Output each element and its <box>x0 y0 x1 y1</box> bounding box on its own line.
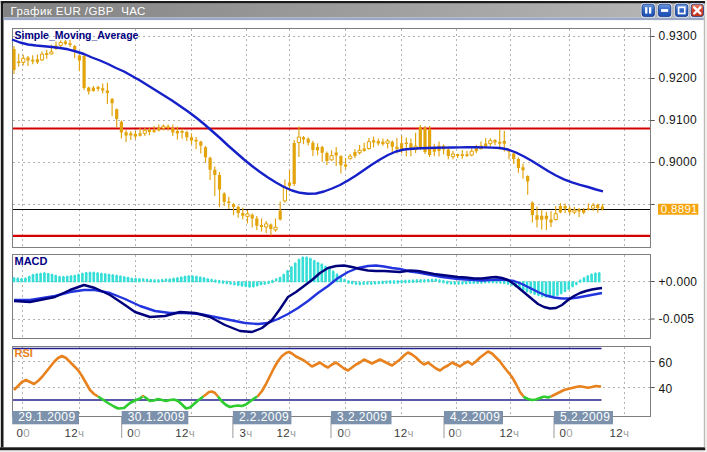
svg-text:00: 00 <box>127 427 141 439</box>
svg-text:00: 00 <box>449 427 463 439</box>
svg-text:00: 00 <box>560 427 574 439</box>
svg-text:2.2.2009: 2.2.2009 <box>239 410 289 424</box>
svg-text:12ч: 12ч <box>394 427 414 439</box>
svg-text:12ч: 12ч <box>276 427 296 439</box>
svg-text:RSI: RSI <box>15 347 33 359</box>
svg-text:0.9300: 0.9300 <box>659 29 698 43</box>
svg-text:0.9000: 0.9000 <box>659 155 698 169</box>
svg-text:-0.005: -0.005 <box>659 312 695 326</box>
svg-text:0.9100: 0.9100 <box>659 113 698 127</box>
svg-text:0.8891: 0.8891 <box>661 203 698 215</box>
svg-text:29.1.2009: 29.1.2009 <box>18 410 75 424</box>
svg-text:40: 40 <box>659 382 673 396</box>
svg-text:График EUR /GBP ЧАС: График EUR /GBP ЧАС <box>11 5 146 17</box>
svg-text:30.1.2009: 30.1.2009 <box>128 410 185 424</box>
svg-text:Simple_Moving_Average: Simple_Moving_Average <box>15 29 139 41</box>
svg-text:12ч: 12ч <box>65 427 85 439</box>
svg-text:00: 00 <box>338 427 352 439</box>
svg-text:4.2.2009: 4.2.2009 <box>450 410 500 424</box>
svg-text:MACD: MACD <box>15 255 48 267</box>
svg-text:12ч: 12ч <box>500 427 520 439</box>
svg-text:60: 60 <box>659 356 673 370</box>
svg-text:+0.000: +0.000 <box>659 275 698 289</box>
svg-text:00: 00 <box>17 427 31 439</box>
svg-text:3.2.2009: 3.2.2009 <box>337 410 387 424</box>
svg-text:5.2.2009: 5.2.2009 <box>560 410 610 424</box>
svg-text:12ч: 12ч <box>610 427 630 439</box>
svg-text:12ч: 12ч <box>175 427 195 439</box>
svg-text:3ч: 3ч <box>239 427 252 439</box>
svg-text:0.9200: 0.9200 <box>659 71 698 85</box>
